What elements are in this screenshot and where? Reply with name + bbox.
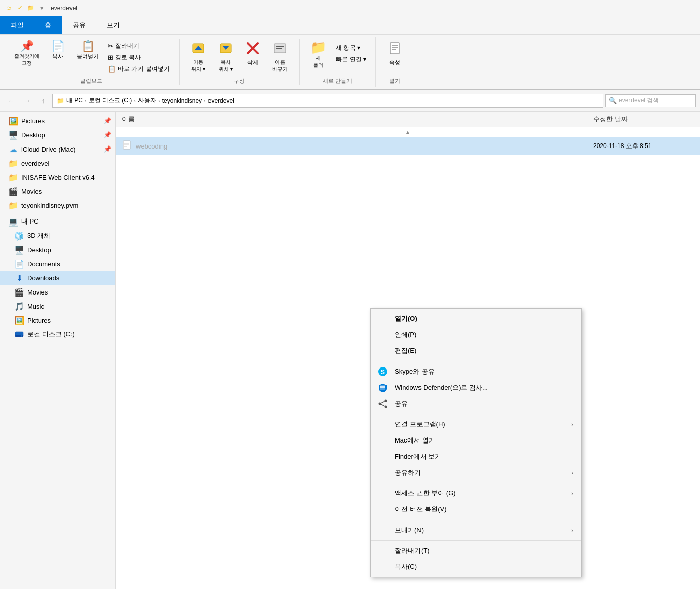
copy-button[interactable]: 📄 복사 [45, 39, 71, 62]
svg-point-26 [379, 403, 381, 405]
ctx-copy[interactable]: 복사(C) [371, 559, 581, 575]
file-date-webcoding: 2020-11-18 오후 8:51 [593, 142, 694, 151]
up-button[interactable]: ↑ [36, 94, 50, 108]
ctx-edit[interactable]: 편집(E) [371, 343, 581, 359]
ctx-finder[interactable]: Finder에서 보기 [371, 449, 581, 465]
ctx-open-mac[interactable]: Mac에서 열기 [371, 432, 581, 449]
properties-label: 속성 [389, 59, 400, 66]
sidebar-item-everdevel[interactable]: 📁 everdevel [0, 156, 115, 170]
title-bar-icons: 🗂 ✔ 📁 ▾ [4, 4, 47, 13]
paste-shortcut-icon: 📋 [108, 65, 116, 73]
file-item-webcoding[interactable]: webcoding 2020-11-18 오후 8:51 [116, 137, 700, 155]
ctx-open-with[interactable]: 연결 프로그램(H) › [371, 416, 581, 432]
forward-button[interactable]: → [20, 94, 34, 108]
delete-label: 삭제 [247, 59, 258, 66]
sidebar-item-inisafe[interactable]: 📁 INISAFE Web Client v6.4 [0, 170, 115, 184]
ctx-access-label: 액세스 권한 부여 (G) [395, 489, 456, 498]
ctx-send-to-arrow: › [571, 527, 573, 533]
pin-to-quick-button[interactable]: 📌 즐겨찾기에고정 [10, 39, 43, 69]
pin-marker: 📌 [104, 117, 111, 124]
paste-shortcut-label: 바로 가기 붙여넣기 [118, 65, 170, 73]
ctx-cut-label: 잘라내기(T) [395, 546, 430, 555]
ctx-share[interactable]: 공유 [371, 396, 581, 412]
tab-view[interactable]: 보기 [96, 16, 130, 34]
defender-icon [378, 383, 388, 393]
tab-home[interactable]: 홈 [34, 16, 62, 34]
address-bar[interactable]: 📁 내 PC › 로컬 디스크 (C:) › 사용자 › teyonkindis… [52, 94, 603, 108]
addr-part-folder: everdevel [208, 97, 234, 104]
svg-point-27 [385, 406, 387, 408]
desktop-icon-pinned: 🖥️ [8, 130, 18, 140]
sidebar-item-pvm[interactable]: 📁 teyonkindisney.pvm [0, 198, 115, 212]
sidebar-label-pictures-pinned: Pictures [21, 117, 45, 125]
quick-access-button[interactable]: 빠른 연결 ▾ [333, 54, 370, 65]
sidebar-label-documents: Documents [27, 260, 60, 268]
sidebar-item-pictures[interactable]: 🖼️ Pictures [0, 313, 115, 327]
ctx-open-mac-label: Mac에서 열기 [395, 436, 435, 445]
ctx-skype[interactable]: S Skype와 공유 [371, 363, 581, 380]
sidebar-item-documents[interactable]: 📄 Documents [0, 257, 115, 271]
sidebar-item-pictures-pinned[interactable]: 🖼️ Pictures 📌 [0, 114, 115, 128]
sidebar-label-localdisk: 로컬 디스크 (C:) [27, 330, 75, 339]
file-area: 이름 수정한 날짜 ▲ webcoding 2020-11-18 오후 8:51 [116, 112, 700, 589]
move-to-button[interactable]: 이동위치 ▾ [186, 39, 211, 75]
ctx-access[interactable]: 액세스 권한 부여 (G) › [371, 485, 581, 501]
ctx-send-to[interactable]: 보내기(N) › [371, 522, 581, 538]
quick-access-label: 빠른 연결 ▾ [336, 55, 367, 64]
col-header-name: 이름 [122, 115, 593, 124]
title-icon-check: ✔ [15, 4, 24, 13]
new-buttons: 📁 새폴더 새 항목 ▾ 빠른 연결 ▾ [306, 39, 370, 75]
cut-button[interactable]: ✂ 잘라내기 [105, 41, 173, 51]
pin-marker3: 📌 [104, 145, 111, 153]
new-label: 새로 만들기 [323, 77, 352, 85]
ctx-share2[interactable]: 공유하기 › [371, 465, 581, 481]
ctx-skype-label: Skype와 공유 [395, 367, 435, 376]
sidebar-item-movies[interactable]: 🎬 Movies [0, 285, 115, 299]
new-item-button[interactable]: 새 항목 ▾ [333, 43, 370, 53]
search-placeholder: everdevel 검색 [619, 96, 659, 105]
paste-button[interactable]: 📋 붙여넣기 [73, 39, 103, 62]
copy-path-button[interactable]: ⊞ 경로 복사 [105, 52, 173, 63]
sidebar-item-music[interactable]: 🎵 Music [0, 299, 115, 313]
paste-shortcut-button[interactable]: 📋 바로 가기 붙여넣기 [105, 64, 173, 75]
sidebar-item-localdisk[interactable]: 로컬 디스크 (C:) [0, 327, 115, 341]
search-bar[interactable]: 🔍 everdevel 검색 [605, 94, 696, 107]
sidebar-item-3d[interactable]: 🧊 3D 개체 [0, 229, 115, 243]
file-list-header: 이름 수정한 날짜 [116, 112, 700, 127]
addr-part-user: teyonkindisney [162, 97, 202, 104]
svg-line-28 [381, 401, 384, 403]
sidebar-item-downloads[interactable]: ⬇ Downloads [0, 271, 115, 285]
back-button[interactable]: ← [4, 94, 18, 108]
rename-button[interactable]: 이름바꾸기 [267, 39, 293, 75]
tab-file[interactable]: 파일 [0, 16, 34, 34]
sidebar-item-desktop-pinned[interactable]: 🖥️ Desktop 📌 [0, 128, 115, 142]
sidebar-item-mypc[interactable]: 💻 내 PC [0, 214, 115, 229]
ctx-cut[interactable]: 잘라내기(T) [371, 543, 581, 559]
3d-icon: 🧊 [14, 231, 24, 241]
delete-button[interactable]: 삭제 [240, 39, 265, 68]
addr-sep3: › [158, 98, 160, 104]
icloud-icon: ☁ [8, 144, 18, 154]
copy-label: 복사 [52, 53, 63, 60]
ctx-sep2 [371, 414, 581, 414]
sidebar-item-icloud[interactable]: ☁ iCloud Drive (Mac) 📌 [0, 142, 115, 156]
copy-to-button[interactable]: 복사위치 ▾ [213, 39, 238, 75]
new-folder-button[interactable]: 📁 새폴더 [306, 39, 331, 71]
properties-button[interactable]: 속성 [382, 39, 407, 68]
title-bar-title: everdevel [51, 5, 77, 12]
ctx-restore-label: 이전 버전 복원(V) [395, 505, 447, 514]
ctx-defender[interactable]: Windows Defender(으)로 검사... [371, 380, 581, 396]
tab-share[interactable]: 공유 [62, 16, 96, 34]
ribbon: 파일 홈 공유 보기 📌 즐겨찾기에고정 📄 복사 📋 [0, 16, 700, 90]
sidebar-item-desktop[interactable]: 🖥️ Desktop [0, 243, 115, 257]
sort-indicator: ▲ [116, 127, 700, 137]
ctx-print[interactable]: 인쇄(P) [371, 327, 581, 343]
addr-sep4: › [204, 98, 206, 104]
sidebar-item-movies-pinned[interactable]: 🎬 Movies [0, 184, 115, 198]
pictures-sub-icon: 🖼️ [14, 315, 24, 325]
ctx-restore[interactable]: 이전 버전 복원(V) [371, 501, 581, 518]
downloads-icon: ⬇ [14, 273, 24, 283]
sidebar-label-pvm: teyonkindisney.pvm [21, 202, 78, 209]
ctx-open[interactable]: 열기(O) [371, 311, 581, 327]
movies-icon-pinned: 🎬 [8, 186, 18, 196]
